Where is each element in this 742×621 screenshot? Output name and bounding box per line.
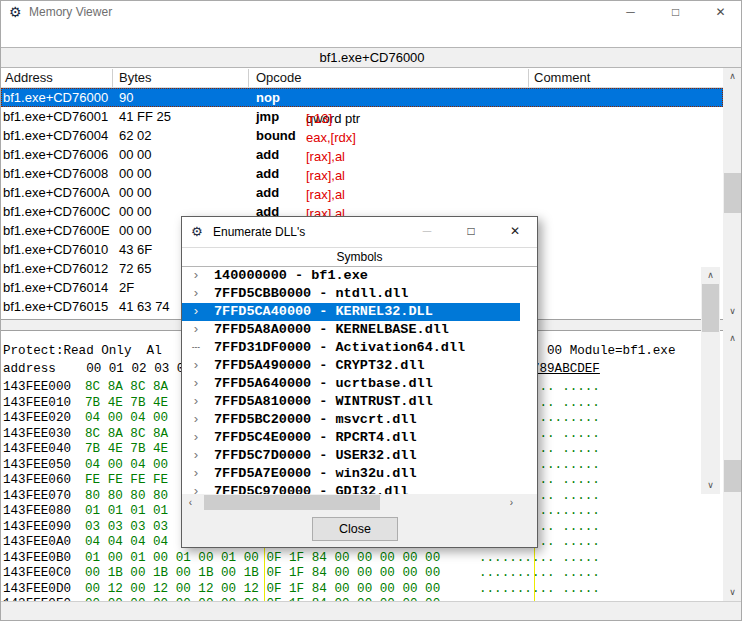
dll-list-item[interactable]: › 7FFD5CA40000 - KERNEL32.DLL [182,303,520,321]
column-bytes[interactable]: Bytes [119,70,152,85]
disasm-row[interactable]: bf1.exe+CD76008 00 00 add [rax],al [1,164,723,183]
maximize-button[interactable]: □ [653,1,698,24]
dll-list-horizontal-scrollbar[interactable]: ‹ › [182,494,537,511]
scroll-down-icon[interactable]: ∨ [723,584,742,601]
minimize-button[interactable]: ─ [608,1,653,24]
menu-item[interactable] [91,25,109,47]
row-bytes: 00 00 [119,185,152,200]
menu-item[interactable] [55,25,73,47]
menu-item[interactable] [73,25,91,47]
tree-expand-icon[interactable]: › [192,376,200,391]
dll-list-item[interactable]: ┄ 7FFD31DF0000 - Activation64.dll [182,339,537,357]
row-mnemonic: add [256,166,279,181]
dll-list-item[interactable]: › 140000000 - bf1.exe [182,267,537,285]
column-divider[interactable] [248,69,249,87]
column-divider[interactable] [528,69,529,87]
hex-bytes: 04 00 04 00 [85,458,168,472]
tree-expand-icon[interactable]: › [192,430,200,445]
window-controls: ─ □ ✕ [608,1,742,25]
row-address: bf1.exe+CD76014 [3,280,108,295]
hex-bytes: 00 12 00 12 00 12 00 12 0F 1F 84 00 00 0… [85,582,440,596]
scroll-down-icon[interactable]: ∨ [701,477,720,494]
tree-expand-icon[interactable]: › [192,448,200,463]
hex-address: 143FEE0A0 [3,535,71,549]
hex-bytes: 8C 8A 8C 8A [85,380,168,394]
menu-item[interactable] [37,25,55,47]
disasm-row[interactable]: bf1.exe+CD76000 90 nop [1,88,723,107]
close-button[interactable]: ✕ [698,1,742,24]
row-bytes: 00 00 [119,147,152,162]
dll-list-item[interactable]: › 7FFD5A8A0000 - KERNELBASE.dll [182,321,537,339]
row-bytes: 2F [119,280,134,295]
column-opcode[interactable]: Opcode [256,70,302,85]
scroll-down-icon[interactable]: ∨ [723,303,742,320]
dll-list-item[interactable]: › 7FFD5C7D0000 - USER32.dll [182,447,537,465]
disasm-row[interactable]: bf1.exe+CD76006 00 00 add [rax],al [1,145,723,164]
disasm-scrollbar[interactable]: ∧ ∨ [723,68,742,320]
scroll-up-icon[interactable]: ∧ [723,68,742,85]
scroll-thumb[interactable] [724,173,741,213]
row-address: bf1.exe+CD76010 [3,242,108,257]
hex-row[interactable]: 143FEE0D0 00 12 00 12 00 12 00 12 0F 1F … [1,582,723,598]
scroll-thumb[interactable] [204,495,380,510]
menu-item[interactable] [19,25,37,47]
tree-expand-icon[interactable]: › [192,322,200,337]
dll-item-text: 7FFD5C970000 - GDI32.dll [214,484,408,494]
tree-expand-icon[interactable]: ┄ [192,340,200,356]
dialog-window-controls: ─ □ ✕ [405,217,537,247]
dll-list-item[interactable]: › 7FFD5CBB0000 - ntdll.dll [182,285,537,303]
scroll-right-icon[interactable]: › [503,494,520,511]
hexview-scrollbar[interactable]: ∧ ∨ [723,330,742,601]
hex-address: 143FEE0D0 [3,582,71,596]
disasm-row[interactable]: bf1.exe+CD76001 41 FF 25 jmp qword ptr [… [1,107,723,126]
dll-list-item[interactable]: › 7FFD5A640000 - ucrtbase.dll [182,375,537,393]
bottom-strip [1,601,742,621]
title-bar: ⚙ Memory Viewer ─ □ ✕ [1,1,742,25]
disasm-row[interactable]: bf1.exe+CD7600A 00 00 add [rax],al [1,183,723,202]
scroll-thumb[interactable] [724,460,741,492]
tree-expand-icon[interactable]: › [192,268,200,283]
tree-expand-icon[interactable]: › [192,466,200,481]
hex-row[interactable]: 143FEE0B0 01 00 01 00 01 00 01 00 0F 1F … [1,551,723,567]
tree-expand-icon[interactable]: › [192,304,200,319]
hex-bytes: 01 01 01 01 [85,504,168,518]
dll-list-item[interactable]: › 7FFD5A810000 - WINTRUST.dll [182,393,537,411]
row-bytes: 41 63 74 [119,299,170,314]
column-divider[interactable] [112,69,113,87]
menu-item[interactable] [1,25,19,47]
dll-list: › 140000000 - bf1.exe › 7FFD5CBB0000 - n… [182,267,537,494]
tree-expand-icon[interactable]: › [192,412,200,427]
close-dialog-button[interactable]: Close [312,517,398,541]
dialog-close-button[interactable]: ✕ [493,217,537,246]
row-mnemonic: nop [256,90,280,105]
scroll-up-icon[interactable]: ∧ [701,267,720,284]
row-bytes: 00 00 [119,223,152,238]
row-mnemonic: add [256,147,279,162]
scroll-up-icon[interactable]: ∧ [723,330,742,347]
tree-expand-icon[interactable]: › [192,394,200,409]
dialog-maximize-button[interactable]: □ [449,217,493,246]
dll-list-scrollbar[interactable]: ∧ ∨ [701,267,720,494]
hex-address: 143FEE080 [3,504,71,518]
dll-list-item[interactable]: › 7FFD5BC20000 - msvcrt.dll [182,411,537,429]
hex-bytes: 01 00 01 00 01 00 01 00 0F 1F 84 00 00 0… [85,551,440,565]
scroll-left-icon[interactable]: ‹ [182,494,199,511]
dll-list-item[interactable]: › 7FFD5C970000 - GDI32.dll [182,483,537,494]
column-comment[interactable]: Comment [534,70,590,85]
enumerate-dlls-dialog: ⚙ Enumerate DLL's ─ □ ✕ Symbols › 140000… [181,216,538,548]
tree-expand-icon[interactable]: › [192,286,200,301]
dll-list-item[interactable]: › 7FFD5A7E0000 - win32u.dll [182,465,537,483]
dll-list-item[interactable]: › 7FFD5C4E0000 - RPCRT4.dll [182,429,537,447]
disasm-column-header: Address Bytes Opcode Comment [1,68,723,88]
dialog-title-bar[interactable]: ⚙ Enumerate DLL's ─ □ ✕ [182,217,537,247]
hex-row[interactable]: 143FEE0C0 00 1B 00 1B 00 1B 00 1B 0F 1F … [1,566,723,582]
tree-expand-icon[interactable]: › [192,358,200,373]
column-address[interactable]: Address [5,70,53,85]
scroll-thumb[interactable] [702,284,719,332]
disasm-row[interactable]: bf1.exe+CD76004 62 02 bound eax,[rdx] [1,126,723,145]
dll-item-text: 7FFD5BC20000 - msvcrt.dll [214,412,417,427]
symbols-column-header[interactable]: Symbols [182,247,537,267]
tree-expand-icon[interactable]: › [192,484,200,494]
hex-address: 143FEE050 [3,458,71,472]
dll-list-item[interactable]: › 7FFD5A490000 - CRYPT32.dll [182,357,537,375]
